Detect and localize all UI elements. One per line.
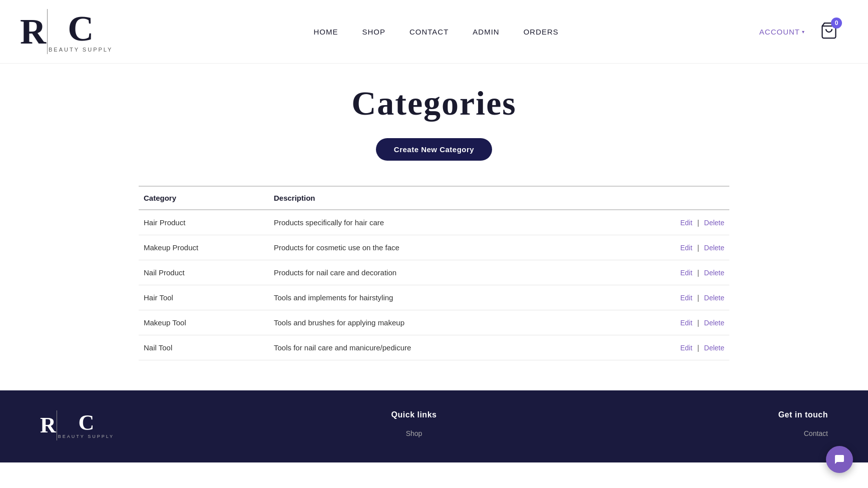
edit-link[interactable]: Edit (680, 344, 692, 352)
footer-logo-c: C (78, 412, 94, 434)
account-label: ACCOUNT (759, 28, 800, 36)
col-header-category: Category (139, 186, 269, 210)
category-description: Tools and implements for hairstyling (269, 285, 629, 310)
table-row: Hair ToolTools and implements for hairst… (139, 285, 729, 310)
create-category-button[interactable]: Create New Category (376, 138, 492, 161)
footer-get-in-touch: Get in touch Contact (688, 410, 828, 442)
site-footer: R C BEAUTY SUPPLY Quick links Shop Get i… (0, 390, 868, 462)
category-actions: Edit | Delete (629, 285, 729, 310)
category-actions: Edit | Delete (629, 335, 729, 360)
footer-logo-divider (57, 410, 57, 440)
table-header-row: Category Description (139, 186, 729, 210)
account-arrow-icon: ▾ (802, 29, 805, 35)
category-actions: Edit | Delete (629, 310, 729, 335)
delete-link[interactable]: Delete (704, 294, 724, 302)
quick-links-title: Quick links (391, 410, 437, 419)
logo-c-wrap: C BEAUTY SUPPLY (49, 11, 113, 53)
nav-shop[interactable]: SHOP (362, 28, 385, 36)
action-separator: | (695, 244, 701, 252)
category-name: Makeup Product (139, 235, 269, 260)
footer-quick-links: Quick links Shop (140, 410, 688, 442)
create-btn-wrap: Create New Category (139, 138, 729, 161)
table-row: Nail ProductProducts for nail care and d… (139, 260, 729, 285)
table-row: Hair ProductProducts specifically for ha… (139, 210, 729, 235)
delete-link[interactable]: Delete (704, 219, 724, 227)
category-name: Hair Product (139, 210, 269, 235)
action-separator: | (695, 344, 701, 352)
action-separator: | (695, 219, 701, 227)
action-separator: | (695, 269, 701, 277)
action-separator: | (695, 319, 701, 327)
category-name: Hair Tool (139, 285, 269, 310)
account-link[interactable]: ACCOUNT ▾ (759, 28, 805, 36)
footer-logo: R C BEAUTY SUPPLY (40, 410, 140, 440)
footer-contact-link[interactable]: Contact (804, 429, 828, 437)
table-row: Nail ToolTools for nail care and manicur… (139, 335, 729, 360)
category-description: Tools and brushes for applying makeup (269, 310, 629, 335)
action-separator: | (695, 294, 701, 302)
col-header-actions (629, 186, 729, 210)
table-row: Makeup ToolTools and brushes for applyin… (139, 310, 729, 335)
edit-link[interactable]: Edit (680, 244, 692, 252)
logo-r: R (20, 14, 46, 50)
nav-home[interactable]: HOME (313, 28, 338, 36)
category-actions: Edit | Delete (629, 235, 729, 260)
logo[interactable]: R C BEAUTY SUPPLY (20, 9, 113, 54)
nav-admin[interactable]: ADMIN (473, 28, 499, 36)
edit-link[interactable]: Edit (680, 319, 692, 327)
chat-bubble[interactable] (826, 446, 853, 473)
category-description: Tools for nail care and manicure/pedicur… (269, 335, 629, 360)
edit-link[interactable]: Edit (680, 269, 692, 277)
footer-shop-link[interactable]: Shop (406, 429, 422, 437)
footer-logo-r: R (40, 414, 56, 436)
delete-link[interactable]: Delete (704, 344, 724, 352)
header-right: ACCOUNT ▾ 0 (759, 22, 838, 42)
category-description: Products for nail care and decoration (269, 260, 629, 285)
logo-divider (47, 9, 48, 54)
delete-link[interactable]: Delete (704, 269, 724, 277)
site-header: R C BEAUTY SUPPLY HOME SHOP CONTACT ADMI… (0, 0, 868, 64)
category-name: Makeup Tool (139, 310, 269, 335)
category-description: Products specifically for hair care (269, 210, 629, 235)
cart-badge: 0 (831, 18, 842, 29)
delete-link[interactable]: Delete (704, 319, 724, 327)
category-name: Nail Tool (139, 335, 269, 360)
table-row: Makeup ProductProducts for cosmetic use … (139, 235, 729, 260)
main-content: Categories Create New Category Category … (109, 64, 759, 390)
logo-c: C (68, 11, 94, 47)
categories-table: Category Description Hair ProductProduct… (139, 186, 729, 360)
cart-button[interactable]: 0 (820, 22, 838, 42)
get-in-touch-title: Get in touch (778, 410, 828, 419)
category-actions: Edit | Delete (629, 260, 729, 285)
col-header-description: Description (269, 186, 629, 210)
delete-link[interactable]: Delete (704, 244, 724, 252)
edit-link[interactable]: Edit (680, 294, 692, 302)
nav-contact[interactable]: CONTACT (409, 28, 449, 36)
edit-link[interactable]: Edit (680, 219, 692, 227)
logo-tagline: BEAUTY SUPPLY (49, 47, 113, 53)
footer-logo-tagline: BEAUTY SUPPLY (58, 434, 114, 439)
page-title: Categories (139, 84, 729, 123)
category-name: Nail Product (139, 260, 269, 285)
category-description: Products for cosmetic use on the face (269, 235, 629, 260)
chat-icon (833, 453, 845, 465)
nav-orders[interactable]: ORDERS (524, 28, 559, 36)
category-actions: Edit | Delete (629, 210, 729, 235)
main-nav: HOME SHOP CONTACT ADMIN ORDERS (313, 28, 558, 36)
